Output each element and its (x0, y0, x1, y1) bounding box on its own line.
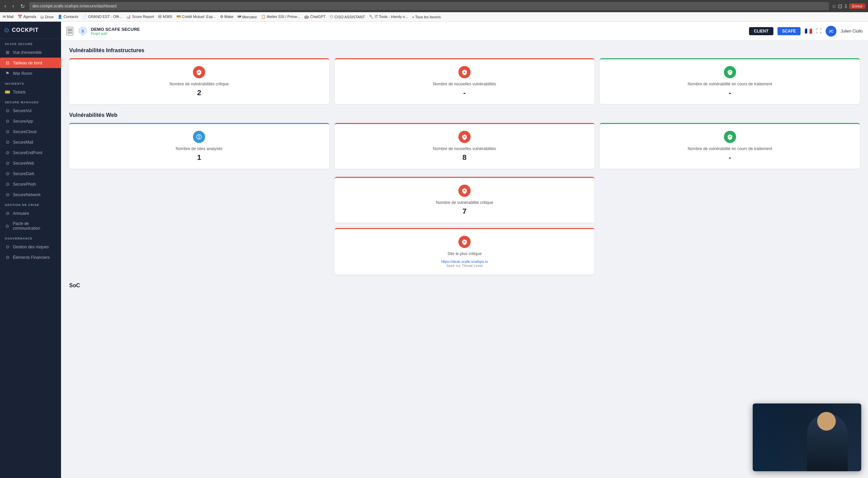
infra-section-title: Vulnérabilités Infrastructures (69, 47, 860, 54)
sidebar-item-vue-ensemble[interactable]: ⊞ Vue d'ensemble (0, 47, 61, 58)
forward-button[interactable]: › (11, 2, 16, 10)
menu-toggle-button[interactable]: ☰ (66, 27, 73, 36)
new-vulns-icon (458, 66, 471, 78)
new-vulns-infra-value: - (463, 88, 466, 97)
card-in-treatment-web: Nombre de vulnérabilité en cours de trai… (600, 123, 860, 169)
bookmark-ciso[interactable]: 🛡 CISO ASSISTANT (330, 15, 365, 19)
back-button[interactable]: ‹ (3, 2, 8, 10)
critical-vulns-value: 2 (197, 88, 201, 97)
sidebar-item-label: SecureVul (13, 108, 32, 113)
sidebar-item-pacte-communication[interactable]: ⊙ Pacte de communication (0, 219, 61, 233)
sidebar-item-gestion-risques[interactable]: ⊙ Gestion des risques (0, 242, 61, 252)
sidebar-item-label: Gestion des risques (13, 245, 49, 249)
treatment-infra-icon (724, 66, 736, 78)
sidebar-item-secureendpoint[interactable]: ⊙ SecureEndPoint (0, 147, 61, 158)
bookmark-mail[interactable]: ✉ Mail (3, 15, 14, 19)
bookmark-score-report[interactable]: 📊 Score Report (126, 15, 154, 19)
critical-site-label: Site le plus critique (448, 251, 482, 256)
video-overlay (753, 403, 861, 471)
bookmark-credit-mutuel[interactable]: 💳 Crédit Mutuel: Esp... (176, 15, 216, 19)
in-treatment-infra-label: Nombre de vulnérabilité en cours de trai… (688, 82, 772, 86)
card-most-critical-site: Site le plus critique https://desk.scafe… (335, 228, 595, 274)
sidebar-item-securedark[interactable]: ⊙ SecureDark (0, 168, 61, 179)
globe-icon (196, 134, 202, 140)
critical-web-icon (458, 185, 471, 197)
sidebar-item-annuaire[interactable]: ⊙ Annuaire (0, 208, 61, 219)
sidebar-item-securemail[interactable]: ⊙ SecureMail (0, 137, 61, 147)
web-cards-row1: Nombre de sites analysés 1 Nombre de nou… (69, 123, 860, 169)
sidebar-item-secureweb[interactable]: ⊙ SecureWeb (0, 158, 61, 168)
securephish-icon: ⊙ (5, 182, 10, 187)
reload-button[interactable]: ↻ (19, 2, 26, 10)
treatment-web-icon (724, 131, 736, 143)
client-button[interactable]: CLIENT (749, 27, 773, 35)
securedark-icon: ⊙ (5, 171, 10, 176)
critical-site-url: https://desk.scafe.scafops.io (441, 259, 488, 264)
sidebar-item-tableau-de-bord[interactable]: ⊟ Tableau de bord (0, 58, 61, 68)
sidebar-item-label: SecureDark (13, 171, 34, 176)
shield-new-icon (461, 69, 468, 75)
section-label-incidents: INCIDENTS (0, 79, 61, 87)
tickets-icon: 🎫 (5, 89, 10, 95)
web-section-title: Vulnérabilités Web (69, 112, 860, 118)
browser-bar: ‹ › ↻ dev.cockpit.scafe.scafops.io/secur… (0, 0, 868, 12)
sidebar-item-securecloud[interactable]: ⊙ SecureCloud (0, 126, 61, 137)
sidebar-item-label: SecurePhish (13, 182, 36, 187)
sidebar-item-secureapp[interactable]: ⊙ SecureApp (0, 116, 61, 126)
secureapp-icon: ⊙ (5, 119, 10, 124)
critical-site-sub: basé sur Threat Level (447, 264, 482, 268)
bookmark-make[interactable]: ⚙ Make (220, 15, 234, 19)
section-label-gestion-crise: GESTION DE CRISE (0, 200, 61, 208)
svg-text:S: S (82, 29, 84, 33)
securevul-icon: ⊙ (5, 108, 10, 113)
sidebar-item-label: SecureEndPoint (13, 150, 42, 155)
sidebar-item-securephish[interactable]: ⊙ SecurePhish (0, 179, 61, 189)
section-label-secure-managed: SECURE MANAGED (0, 97, 61, 105)
sidebar-item-label: Tickets (13, 90, 26, 95)
sidebar-item-securenetwork[interactable]: ⊙ SecureNetwork (0, 189, 61, 200)
sidebar-item-label: Vue d'ensemble (13, 50, 42, 55)
fullscreen-button[interactable]: ⛶ (816, 28, 822, 34)
sidebar-item-elements-financiers[interactable]: ⊙ Éléments Financiers (0, 252, 61, 263)
bookmark-atelier[interactable]: 📋 Atelier SSI / Prése... (261, 15, 300, 19)
bookmark-drive[interactable]: 🗂 Drive (40, 15, 54, 19)
bookmark-agenda[interactable]: 📅 Agenda (18, 15, 36, 19)
logo-icon: ⊙ (4, 26, 9, 34)
shield-ok-icon (727, 134, 733, 140)
sites-icon (193, 131, 205, 143)
card-new-vulns-infra: Nombre de nouvelles vulnérabilités - (335, 58, 595, 104)
war-room-icon: ⚑ (5, 71, 10, 76)
new-vulns-infra-label: Nombre de nouvelles vulnérabilités (433, 82, 496, 86)
dashboard-icon: ⊟ (5, 60, 10, 65)
securemail-icon: ⊙ (5, 140, 10, 145)
scafe-button[interactable]: SCAFE (777, 27, 801, 35)
bookmarks-bar: ✉ Mail 📅 Agenda 🗂 Drive 👤 Contacts 📄 GRA… (0, 12, 868, 22)
app-container: ⊙ COCKPIT SCAFE SECURE ⊞ Vue d'ensemble … (0, 22, 868, 478)
sites-analyses-value: 1 (197, 153, 201, 162)
bookmark-contacts[interactable]: 👤 Contacts (58, 15, 78, 19)
app-header: ☰ S DEMO SCAFE SECURE Projet actif CLIEN… (61, 22, 868, 41)
sidebar-item-war-room[interactable]: ⚑ War Room (0, 68, 61, 79)
secureweb-icon: ⊙ (5, 161, 10, 166)
securenetwork-icon: ⊙ (5, 192, 10, 197)
sidebar-item-tickets[interactable]: 🎫 Tickets (0, 87, 61, 97)
sidebar-item-label: SecureMail (13, 140, 33, 145)
sidebar-item-label: Tableau de bord (13, 61, 42, 65)
bookmark-chatgpt[interactable]: 🤖 ChatGPT (304, 15, 326, 19)
sidebar-item-securevul[interactable]: ⊙ SecureVul (0, 105, 61, 116)
bookmark-it-tools[interactable]: 🔧 IT Tools - Handy o... (369, 15, 408, 19)
bookmark-m365[interactable]: Ⓜ M365 (158, 14, 172, 19)
bookmark-all-favorites[interactable]: » Tous les favoris (412, 15, 441, 19)
secureendpoint-icon: ⊙ (5, 150, 10, 155)
sidebar-item-label: SecureNetwork (13, 192, 41, 197)
sidebar-item-label: War Room (13, 71, 32, 76)
critical-site-icon (458, 236, 471, 248)
url-bar[interactable]: dev.cockpit.scafe.scafops.io/secure/dash… (29, 2, 829, 10)
user-name: Julien Ciullo (841, 29, 863, 34)
main-content: Vulnérabilités Infrastructures Nombre de… (61, 41, 868, 478)
bookmark-grand-est[interactable]: 📄 GRAND EST - Offr... (82, 15, 122, 19)
shield-warn-icon (461, 134, 468, 140)
language-flag[interactable]: 🇫🇷 (805, 27, 812, 35)
bookmark-mercator[interactable]: 🗺 Mercator (237, 15, 257, 19)
error-badge: Erreur (849, 3, 865, 9)
